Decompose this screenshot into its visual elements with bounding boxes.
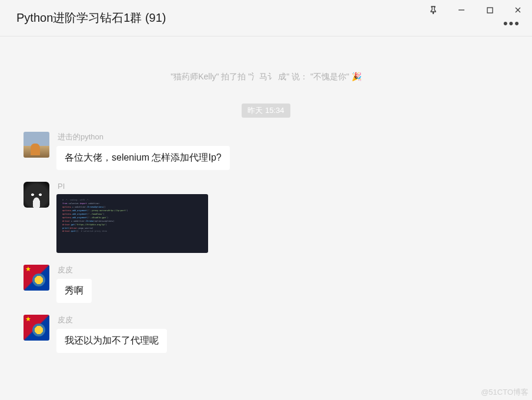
watermark: @51CTO博客 [481, 387, 528, 398]
message-column: PI # -*- coding: utf8 -*- from selenium … [56, 182, 208, 253]
message-row: PI # -*- coding: utf8 -*- from selenium … [24, 182, 508, 253]
avatar[interactable] [24, 265, 49, 291]
chat-area[interactable]: "猫药师Kelly" 拍了拍 "氵马讠 成" 说： "不愧是你" 🎉 昨天 15… [0, 36, 532, 400]
more-icon: ••• [503, 16, 520, 31]
avatar[interactable] [24, 182, 49, 208]
close-icon [514, 6, 522, 14]
maximize-icon [486, 6, 494, 14]
pin-button[interactable] [419, 0, 447, 20]
system-message: "猫药师Kelly" 拍了拍 "氵马讠 成" 说： "不愧是你" 🎉 [24, 72, 508, 82]
message-bubble[interactable]: 我还以为加不了代理呢 [56, 329, 167, 353]
minimize-button[interactable] [447, 0, 476, 20]
image-message-bubble[interactable]: # -*- coding: utf8 -*- from selenium imp… [56, 194, 208, 253]
message-row: 进击的python 各位大佬，selenium 怎样添加代理Ip? [24, 132, 508, 170]
message-column: 进击的python 各位大佬，selenium 怎样添加代理Ip? [56, 132, 230, 170]
message-bubble[interactable]: 秀啊 [56, 279, 92, 303]
message-column: 皮皮 秀啊 [56, 265, 92, 303]
chat-window: Python进阶学习钻石1群 (91) ••• "猫药师Kelly" 拍了拍 "… [0, 0, 532, 400]
minimize-icon [457, 6, 466, 14]
pin-icon [429, 6, 437, 14]
avatar[interactable] [24, 315, 49, 341]
message-bubble[interactable]: 各位大佬，selenium 怎样添加代理Ip? [56, 146, 230, 170]
more-button[interactable]: ••• [503, 17, 520, 30]
chat-title: Python进阶学习钻石1群 (91) [16, 10, 166, 26]
titlebar: Python进阶学习钻石1群 (91) ••• [0, 0, 532, 36]
sender-name: 进击的python [58, 132, 230, 142]
avatar[interactable] [24, 132, 49, 158]
message-row: 皮皮 我还以为加不了代理呢 [24, 315, 508, 353]
sender-name: 皮皮 [58, 315, 167, 325]
svg-rect-1 [487, 8, 493, 13]
maximize-button[interactable] [476, 0, 504, 20]
timestamp-badge: 昨天 15:34 [242, 104, 290, 118]
message-column: 皮皮 我还以为加不了代理呢 [56, 315, 167, 353]
code-preview-icon: # -*- coding: utf8 -*- from selenium imp… [56, 194, 208, 238]
sender-name: PI [58, 182, 208, 191]
message-row: 皮皮 秀啊 [24, 265, 508, 303]
sender-name: 皮皮 [58, 265, 92, 275]
